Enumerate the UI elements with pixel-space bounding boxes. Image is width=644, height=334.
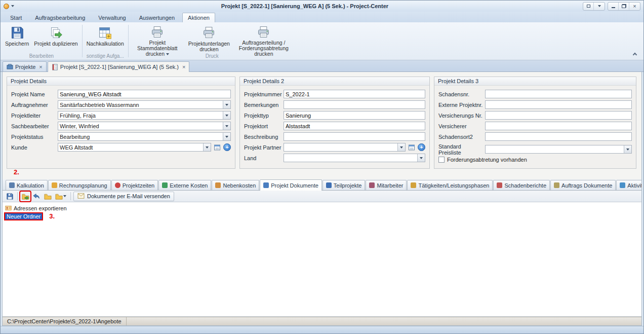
tab-projektzeiten[interactable]: Projektzeiten (111, 180, 158, 190)
land-select[interactable] (284, 154, 425, 162)
tab-auftrags-dokumente[interactable]: Auftrags Dokumente (550, 180, 616, 190)
dropdown-arrow-icon[interactable] (223, 101, 230, 108)
ribbon-tab-auswertungen[interactable]: Auswertungen (134, 13, 180, 22)
kunde-add-button[interactable]: + (223, 143, 231, 151)
tab-taetigkeiten-leistungsphasen[interactable]: Tätigkeiten/Leistungsphasen (407, 180, 493, 190)
undo-button[interactable] (31, 192, 42, 201)
dropdown-arrow-icon[interactable] (223, 133, 230, 140)
folder-dropdown-button[interactable] (54, 192, 68, 201)
partner-open-record-button[interactable] (408, 143, 416, 152)
auftragnehmer-select[interactable]: Sanitärfachbetrieb Wassermann (58, 100, 231, 109)
projektort-input[interactable] (284, 122, 425, 130)
ribbon-tab-aktionen[interactable]: Aktionen (182, 13, 215, 22)
speichern-button[interactable]: Speichern (3, 23, 31, 53)
dropdown-arrow-icon[interactable] (223, 122, 230, 130)
app-icon[interactable] (4, 4, 9, 9)
forderungsabtretung-checkbox[interactable] (438, 157, 445, 163)
dropdown-arrow-icon[interactable] (203, 143, 211, 151)
partner-add-button[interactable]: + (418, 143, 425, 151)
send-documents-email-button[interactable]: Dokumente per E-Mail versenden (73, 192, 174, 201)
sachbearbeiter-select[interactable]: Winter, Winfried (58, 122, 231, 130)
standard-preisliste-select[interactable] (485, 145, 632, 154)
document-icon (263, 182, 269, 188)
restore-button[interactable] (619, 3, 629, 10)
projekt-duplizieren-button[interactable]: Projekt duplizieren (31, 23, 80, 53)
projekt-partner-select[interactable] (284, 143, 406, 152)
groupbox-title: Projekt Details (7, 77, 235, 86)
nachkalkulation-button[interactable]: Nachkalkulation (84, 23, 127, 53)
titlebar-tool-button-1[interactable] (583, 3, 594, 10)
kunde-open-record-button[interactable] (213, 143, 221, 152)
titlebar-tool-button-2[interactable] (594, 3, 605, 10)
stammdatenblatt-drucken-button[interactable]: Projekt Stammdatenblatt drucken (130, 23, 185, 53)
tree-item-adressen-exportieren[interactable]: Adressen exportieren (4, 204, 640, 212)
field-label: Projektstatus (11, 134, 58, 140)
ribbon-tab-start[interactable]: Start (5, 13, 27, 22)
schadensnr-input[interactable] (485, 90, 632, 98)
documents-tree[interactable]: Adressen exportieren Neuer Ordner 3. (3, 202, 641, 317)
versicherungs-nr-input[interactable] (485, 111, 632, 120)
projektunterlagen-drucken-button[interactable]: Projektunterlagen drucken (185, 23, 233, 53)
versicherer-input[interactable] (485, 122, 632, 130)
projekttyp-input[interactable] (284, 111, 425, 120)
beschreibung-input[interactable] (284, 132, 425, 141)
tab-kalkulation[interactable]: Kalkulation (6, 180, 48, 190)
calculator-icon (9, 182, 15, 188)
tab-schadenberichte[interactable]: Schadenberichte (493, 180, 550, 190)
minimize-button[interactable] (608, 3, 619, 10)
window-button-group: × (608, 2, 640, 11)
tab-rechnungsplanung[interactable]: Rechnungsplanung (48, 180, 111, 190)
lower-tab-strip: Kalkulation Rechnungsplanung Projektzeit… (3, 179, 641, 191)
ribbon-tab-auftragsbearbeitung[interactable]: Auftragsbearbeitung (29, 13, 91, 22)
quick-access-dropdown-icon[interactable] (11, 5, 14, 7)
ribbon-collapse-button[interactable] (631, 51, 638, 57)
bemerkungen-input[interactable] (284, 100, 425, 109)
reply-arrow-icon (33, 193, 40, 200)
close-tab-icon[interactable]: × (182, 64, 185, 70)
tab-aktivitaeten[interactable]: Aktivitäten (616, 180, 642, 190)
groupbox-projekt-details-3: Projekt Details 3 Schadensnr. Externe Pr… (434, 77, 636, 169)
tab-projekt-dokumente[interactable]: Projekt Dokumente (260, 179, 322, 191)
close-button[interactable]: × (629, 3, 640, 10)
dropdown-arrow-icon[interactable] (417, 154, 425, 162)
externe-projektnr-input[interactable] (485, 100, 632, 109)
ribbon-tab-verwaltung[interactable]: Verwaltung (93, 13, 131, 22)
projektnummer-input[interactable] (284, 90, 425, 98)
field-label: Projekt Name (11, 91, 58, 97)
projektleiter-select[interactable]: Frühling, Fraja (58, 111, 231, 120)
export-document-button[interactable] (20, 192, 30, 201)
external-costs-icon (162, 182, 168, 188)
auftragserteilung-drucken-button[interactable]: Auftragserteilung / Forderungsabtretung … (233, 23, 294, 53)
tab-projekte[interactable]: Projekte × (3, 61, 47, 71)
tab-teilprojekte[interactable]: Teilprojekte (323, 180, 366, 190)
titlebar-tool-group (583, 2, 605, 11)
dropdown-arrow-icon[interactable] (397, 143, 405, 151)
field-label: Auftragnehmer (11, 102, 58, 108)
tab-nebenkosten[interactable]: Nebenkosten (212, 180, 259, 190)
schadensort2-input[interactable] (485, 132, 632, 141)
tab-label: Projekte (15, 64, 35, 70)
tree-item-neuer-ordner[interactable]: Neuer Ordner 3. (4, 212, 640, 220)
close-tab-icon[interactable]: × (39, 64, 42, 70)
printer-icon (202, 25, 216, 41)
tab-projekt-detail[interactable]: Projekt [S_2022-1] [Sanierung_WEG A] (5 … (48, 61, 190, 72)
tab-mitarbeiter[interactable]: Mitarbeiter (366, 180, 407, 190)
tab-label: Projekt [S_2022-1] [Sanierung_WEG A] (5 … (60, 64, 179, 70)
ribbon-body: Speichern Projekt duplizieren Bearbeiten (1, 22, 643, 60)
kunde-select[interactable]: WEG Altstadt (58, 143, 211, 152)
annotation-box-step-3: Neuer Ordner (5, 213, 42, 219)
groupbox-title: Projekt Details 2 (240, 77, 429, 86)
dropdown-arrow-icon[interactable] (223, 112, 230, 119)
panel-icon (587, 5, 590, 8)
annotation-step-3: 3. (49, 212, 55, 220)
projektstatus-select[interactable]: Bearbeitung (58, 132, 231, 141)
save-document-button[interactable] (5, 192, 15, 201)
activities-icon (620, 182, 625, 188)
dropdown-arrow-icon[interactable] (624, 145, 631, 153)
projekt-name-input[interactable] (58, 90, 231, 98)
open-folder-button[interactable] (43, 192, 53, 201)
window-controls: × (583, 2, 640, 11)
tab-externe-kosten[interactable]: Externe Kosten (158, 180, 211, 190)
damage-report-icon (497, 182, 502, 188)
selected-tree-item-label[interactable]: Neuer Ordner (5, 213, 42, 219)
